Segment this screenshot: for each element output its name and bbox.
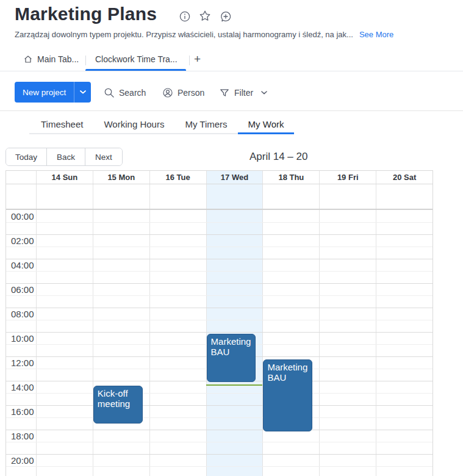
- search-icon: [104, 87, 115, 98]
- grid-vline: [319, 210, 320, 476]
- grid-hline: [6, 234, 432, 235]
- back-button[interactable]: Back: [46, 148, 85, 165]
- grid-hline: [6, 466, 432, 467]
- time-label: 16:00: [11, 406, 34, 417]
- today-button[interactable]: Today: [6, 148, 46, 165]
- time-label: 06:00: [11, 284, 34, 295]
- allday-cell[interactable]: [262, 184, 319, 209]
- time-gutter: [6, 184, 36, 209]
- calendar-event[interactable]: Marketing BAU: [263, 359, 312, 431]
- tab-clockwork-time-tracking[interactable]: Clockwork Time Tra...: [95, 54, 178, 64]
- view-tabs: TimesheetWorking HoursMy TimersMy Work: [29, 115, 294, 134]
- time-label: 04:00: [11, 260, 34, 270]
- time-label: 08:00: [11, 309, 34, 319]
- calendar-event[interactable]: Marketing BAU: [207, 334, 256, 382]
- allday-cell[interactable]: [376, 184, 432, 209]
- time-label: 20:00: [11, 455, 34, 466]
- day-header-cell: 15 Mon: [93, 171, 149, 184]
- person-icon: [162, 87, 173, 98]
- tab-separator: [189, 56, 190, 65]
- new-project-split-button[interactable]: New project: [15, 82, 91, 103]
- tab-separator: [85, 56, 86, 65]
- calendar: 14 Sun15 Mon16 Tue17 Wed18 Thu19 Fri20 S…: [5, 170, 433, 476]
- star-icon[interactable]: [199, 10, 211, 22]
- view-tab-working-hours[interactable]: Working Hours: [93, 115, 174, 134]
- add-update-icon[interactable]: [220, 10, 232, 23]
- allday-cell[interactable]: [319, 184, 376, 209]
- allday-cell[interactable]: [206, 184, 263, 209]
- search-button[interactable]: Search: [104, 87, 146, 99]
- allday-cell[interactable]: [36, 184, 93, 209]
- page-title: Marketing Plans: [15, 4, 157, 24]
- grid-hline: [6, 308, 432, 308]
- day-header-cell: 16 Tue: [149, 171, 206, 184]
- next-button[interactable]: Next: [85, 148, 122, 165]
- toolbar-divider: [0, 110, 463, 111]
- calendar-time-grid: 00:0002:0004:0006:0008:0010:0012:0014:00…: [6, 210, 432, 476]
- grid-hline: [6, 417, 432, 418]
- calendar-day-header-row: 14 Sun15 Mon16 Tue17 Wed18 Thu19 Fri20 S…: [6, 171, 432, 184]
- day-header-cell: 17 Wed: [206, 171, 263, 184]
- calendar-nav-group: Today Back Next: [5, 148, 123, 166]
- grid-hline: [6, 247, 432, 247]
- day-header-cell: 18 Thu: [262, 171, 319, 184]
- grid-hline: [6, 259, 432, 259]
- view-tab-my-timers[interactable]: My Timers: [174, 115, 237, 134]
- info-icon[interactable]: [179, 10, 191, 23]
- time-label: 14:00: [11, 382, 34, 392]
- grid-vline: [149, 210, 150, 476]
- time-label: 18:00: [11, 431, 34, 441]
- tab-clockwork-label: Clockwork Time Tra...: [95, 54, 178, 64]
- time-label: 00:00: [11, 211, 34, 222]
- search-label: Search: [119, 88, 146, 98]
- window: { "header": { "title": "Marketing Plans"…: [0, 0, 463, 476]
- grid-hline: [6, 222, 432, 223]
- view-tab-timesheet[interactable]: Timesheet: [31, 115, 93, 134]
- grid-hline: [6, 430, 432, 430]
- filter-button[interactable]: Filter: [219, 87, 267, 99]
- board-description: Zarządzaj dowolnym typem projektu. Przyp…: [15, 30, 353, 39]
- grid-hline: [6, 393, 432, 394]
- new-project-button[interactable]: New project: [15, 82, 74, 103]
- grid-hline: [6, 271, 432, 272]
- grid-hline: [6, 454, 432, 455]
- time-label: 12:00: [11, 358, 34, 368]
- grid-hline: [6, 320, 432, 320]
- allday-cell[interactable]: [149, 184, 206, 209]
- tab-main-table-label: Main Tab...: [37, 54, 79, 64]
- tab-main-table[interactable]: Main Tab...: [23, 54, 79, 64]
- chevron-down-icon: [80, 90, 86, 94]
- calendar-allday-row: [6, 184, 432, 210]
- add-tab-button[interactable]: +: [194, 52, 201, 66]
- grid-hline: [6, 295, 432, 296]
- allday-cell[interactable]: [93, 184, 149, 209]
- see-more-link[interactable]: See More: [359, 30, 393, 39]
- new-project-caret[interactable]: [74, 82, 91, 103]
- current-time-indicator: [206, 384, 263, 386]
- grid-vline: [262, 210, 263, 476]
- calendar-event[interactable]: Kick-off meeting: [93, 386, 143, 424]
- day-header-cell: 20 Sat: [376, 171, 432, 184]
- person-label: Person: [178, 88, 204, 98]
- view-tab-my-work[interactable]: My Work: [238, 115, 295, 134]
- grid-vline: [376, 210, 376, 476]
- time-gutter: [6, 171, 36, 184]
- home-icon: [23, 54, 33, 64]
- chevron-down-icon: [261, 91, 267, 95]
- tabbar-divider: [0, 71, 463, 71]
- day-header-cell: 19 Fri: [319, 171, 376, 184]
- grid-vline: [36, 210, 37, 476]
- time-label: 10:00: [11, 333, 34, 344]
- grid-vline: [93, 210, 93, 476]
- grid-hline: [6, 283, 432, 284]
- grid-hline: [6, 332, 432, 333]
- time-label: 02:00: [11, 236, 34, 246]
- date-range-title: April 14 – 20: [249, 151, 307, 163]
- day-header-cell: 14 Sun: [36, 171, 93, 184]
- grid-hline: [6, 405, 432, 406]
- filter-icon: [219, 87, 230, 98]
- person-filter-button[interactable]: Person: [162, 87, 204, 99]
- active-tab-indicator: [85, 69, 186, 71]
- grid-hline: [6, 442, 432, 442]
- filter-label: Filter: [234, 88, 253, 98]
